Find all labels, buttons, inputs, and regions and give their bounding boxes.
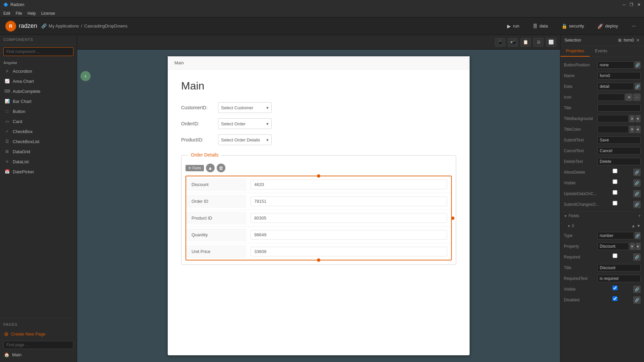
property-select[interactable]: Discount	[597, 243, 629, 250]
allowdelete-link-btn[interactable]: 🔗	[633, 169, 641, 176]
data-select[interactable]: detail	[597, 83, 634, 90]
field-0-up-btn[interactable]: ▲	[631, 224, 635, 228]
minimize-button[interactable]: ─	[623, 2, 626, 7]
comp-item-datepicker[interactable]: 📅 DatePicker	[0, 167, 77, 177]
tab-events[interactable]: Events	[590, 46, 613, 57]
requiredtext-input[interactable]	[597, 275, 641, 282]
page-item-main[interactable]: 🏠 Main ✏ 🗑	[0, 350, 77, 359]
field-input-discount[interactable]	[247, 176, 451, 193]
comp-item-card[interactable]: ▭ Card	[0, 116, 77, 126]
button-position-link-btn[interactable]: 🔗	[635, 61, 641, 69]
menu-help[interactable]: Help	[28, 11, 36, 16]
deploy-button[interactable]: 🚀 deploy	[595, 22, 621, 30]
titlebg-x-btn[interactable]: ✕	[629, 115, 635, 122]
canceltext-input[interactable]	[597, 147, 641, 155]
comp-item-accordion[interactable]: ≡ Accordion	[0, 66, 77, 76]
window-controls[interactable]: ─ ❐ ✕	[623, 2, 641, 7]
field-0-down-btn[interactable]: ▼	[637, 224, 641, 228]
title-field-input[interactable]	[597, 264, 641, 272]
allowdelete-checkbox[interactable]	[597, 169, 633, 173]
disabled-link-btn[interactable]: 🔗	[633, 296, 641, 304]
visible-field-link-btn[interactable]: 🔗	[633, 286, 641, 293]
name-input[interactable]	[597, 72, 641, 79]
titlecolor-down-btn[interactable]: ▾	[635, 126, 641, 133]
visible-checkbox[interactable]	[597, 179, 633, 184]
titlebg-down-btn[interactable]: ▾	[635, 115, 641, 122]
productid-input[interactable]	[251, 213, 447, 223]
page-edit-icon[interactable]: ✏	[63, 353, 67, 357]
menu-file[interactable]: File	[16, 11, 22, 16]
visible-field-checkbox[interactable]	[597, 286, 633, 290]
comp-item-checkboxlist[interactable]: ☰ CheckBoxList	[0, 136, 77, 146]
icon-x-btn[interactable]: ✕	[625, 94, 633, 101]
property-x-btn[interactable]: ✕	[630, 243, 635, 250]
device-mobile-landscape[interactable]: 📲	[508, 38, 518, 47]
component-search-input[interactable]	[3, 47, 73, 56]
field-input-orderid[interactable]	[247, 193, 451, 209]
property-down-btn[interactable]: ▾	[636, 243, 641, 250]
orderid-input[interactable]	[251, 196, 447, 206]
menu-license[interactable]: License	[41, 11, 55, 16]
titlebg-color[interactable]	[597, 115, 629, 122]
deletetext-input[interactable]	[597, 158, 641, 165]
close-button[interactable]: ✕	[637, 2, 641, 7]
comp-item-button[interactable]: □ Button	[0, 106, 77, 116]
updatedataon-checkbox[interactable]	[597, 190, 633, 195]
menu-edit[interactable]: Edit	[3, 11, 10, 16]
breadcrumb-app[interactable]: My Applications	[49, 23, 79, 28]
quantity-input[interactable]	[251, 230, 447, 240]
security-button[interactable]: 🔒 security	[559, 22, 587, 30]
field-input-productid[interactable]	[247, 210, 451, 226]
icon-more-btn[interactable]: ···	[633, 94, 641, 101]
component-search[interactable]	[3, 47, 73, 56]
find-page-input[interactable]	[3, 341, 73, 349]
page-delete-icon[interactable]: 🗑	[69, 353, 73, 357]
visible-link-btn[interactable]: 🔗	[633, 179, 641, 187]
updatedataon-link-btn[interactable]: 🔗	[633, 190, 641, 197]
data-button[interactable]: 🗄 data	[530, 22, 550, 30]
button-position-select[interactable]: none	[597, 61, 634, 69]
disabled-checkbox[interactable]	[597, 296, 633, 301]
icon-input[interactable]	[597, 94, 625, 101]
device-desktop-full[interactable]: ⬜	[546, 38, 556, 47]
product-id-select[interactable]: Select Order Details ▾	[218, 134, 272, 145]
submitchanges-link-btn[interactable]: 🔗	[633, 201, 641, 208]
comp-item-bar-chart[interactable]: 📊 Bar Chart	[0, 96, 77, 106]
titlecolor-color[interactable]	[597, 126, 629, 133]
field-input-quantity[interactable]	[247, 227, 451, 243]
create-new-page-button[interactable]: ⊕ Create New Page	[0, 328, 77, 340]
panel-close-icon[interactable]: ✕	[636, 38, 640, 43]
device-tablet[interactable]: 📋	[521, 38, 531, 47]
unitprice-input[interactable]	[251, 247, 447, 256]
order-id-select[interactable]: Select Order ▾	[218, 118, 272, 129]
comp-item-checkbox[interactable]: ✓ CheckBox	[0, 126, 77, 136]
device-mobile-portrait[interactable]: 📱	[495, 38, 505, 47]
find-page-search[interactable]	[3, 341, 73, 349]
back-button[interactable]: ‹	[80, 71, 91, 81]
type-select[interactable]: number	[597, 232, 634, 239]
run-button[interactable]: ▶ run	[504, 22, 522, 30]
more-button[interactable]: ···	[629, 22, 639, 31]
breadcrumb-page[interactable]: CascadingDropDowns	[84, 23, 127, 28]
submittext-input[interactable]	[597, 136, 641, 144]
titlecolor-x-btn[interactable]: ✕	[629, 126, 635, 133]
type-link-btn[interactable]: 🔗	[635, 232, 641, 239]
device-desktop-wide[interactable]: 🖥	[533, 38, 543, 47]
required-link-btn[interactable]: 🔗	[633, 253, 641, 261]
form-tag[interactable]: ✛ Form	[185, 165, 204, 171]
data-link-btn[interactable]: 🔗	[635, 83, 641, 90]
comp-item-area-chart[interactable]: 📈 Area Chart	[0, 76, 77, 86]
comp-item-datagrid[interactable]: ⊞ DataGrid	[0, 146, 77, 157]
tab-properties[interactable]: Properties	[560, 46, 590, 57]
customer-id-select[interactable]: Select Customer ▾	[218, 102, 272, 113]
form-delete-button[interactable]: 🗑	[217, 164, 225, 172]
comp-item-autocomplete[interactable]: ⌨ AutoComplete	[0, 86, 77, 96]
title-input[interactable]	[597, 104, 641, 112]
form-up-button[interactable]: ▲	[206, 164, 215, 172]
fields-add-btn[interactable]: +	[638, 214, 641, 218]
discount-input[interactable]	[251, 180, 447, 189]
comp-item-datalist[interactable]: ≡ DataList	[0, 157, 77, 167]
required-checkbox[interactable]	[597, 253, 633, 258]
restore-button[interactable]: ❐	[630, 2, 633, 7]
field-input-unitprice[interactable]	[247, 243, 451, 260]
